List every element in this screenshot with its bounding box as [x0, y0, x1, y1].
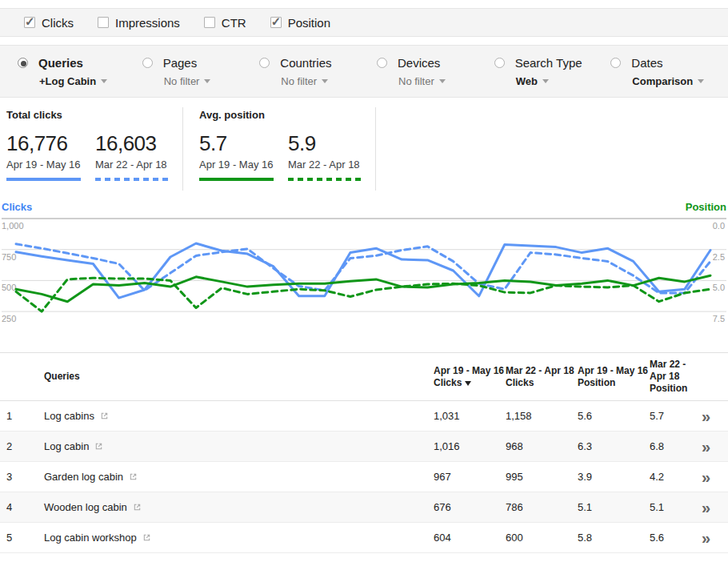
- dimension-queries-radio-row[interactable]: Queries: [18, 56, 142, 70]
- svg-text:7.5: 7.5: [713, 314, 725, 323]
- position-previous-cell: 4.2: [650, 471, 702, 483]
- avg-position-previous-value: 5.9: [288, 131, 362, 156]
- clicks-current-cell: 676: [434, 501, 506, 513]
- clicks-previous-cell: 995: [506, 471, 578, 483]
- ctr-checkbox-icon[interactable]: [204, 17, 215, 28]
- expand-row-button[interactable]: »: [702, 468, 710, 486]
- toggle-position-label: Position: [288, 16, 330, 30]
- svg-text:750: 750: [2, 252, 16, 262]
- devices-radio-icon[interactable]: [377, 58, 387, 68]
- dates-radio-icon[interactable]: [610, 58, 621, 68]
- metric-toggle-bar: Clicks Impressions CTR Position: [0, 8, 728, 37]
- queries-table: Queries Apr 19 - May 16 Clicks Mar 22 - …: [0, 352, 728, 553]
- total-clicks-previous-range: Mar 22 - Apr 18: [95, 159, 170, 171]
- dimension-search-type-radio-row[interactable]: Search Type: [494, 56, 611, 70]
- clicks-previous-legend-line: [95, 178, 170, 181]
- clicks-previous-header[interactable]: Mar 22 - Apr 18 Clicks: [506, 365, 578, 389]
- toggle-ctr[interactable]: CTR: [204, 16, 246, 30]
- external-link-icon[interactable]: [100, 411, 109, 420]
- position-previous-cell: 5.6: [650, 532, 702, 544]
- countries-filter-value: No filter: [281, 75, 317, 87]
- position-current-cell: 6.3: [578, 440, 650, 452]
- position-current-cell: 5.1: [578, 501, 650, 513]
- dimension-search-type-label: Search Type: [515, 56, 582, 70]
- row-rank: 3: [0, 471, 38, 483]
- clicks-current-cell: 1,031: [434, 410, 506, 422]
- expand-row-button[interactable]: »: [702, 529, 710, 547]
- chevron-down-icon: [542, 79, 549, 83]
- dimension-filter-bar: Queries +Log Cabin Pages No filter Count…: [0, 45, 728, 98]
- clicks-current-header-metric: Clicks: [434, 377, 506, 389]
- query-link[interactable]: Log cabin workshop: [44, 532, 137, 544]
- table-row[interactable]: 3 Garden log cabin 967 995 3.9 4.2 »: [0, 462, 728, 492]
- search-type-filter-value: Web: [516, 75, 538, 87]
- query-link[interactable]: Log cabin: [44, 440, 89, 452]
- svg-text:250: 250: [2, 314, 16, 323]
- query-link[interactable]: Wooden log cabin: [44, 501, 127, 513]
- clicks-current-cell: 1,016: [434, 440, 506, 452]
- dates-filter-dropdown[interactable]: Comparison: [632, 75, 728, 87]
- query-link[interactable]: Log cabins: [44, 410, 94, 422]
- position-current-cell: 5.8: [578, 532, 650, 544]
- dimension-pages-radio-row[interactable]: Pages: [142, 56, 260, 70]
- chart-canvas[interactable]: 1,0000.07502.55005.02507.5: [0, 207, 728, 327]
- table-row[interactable]: 2 Log cabin 1,016 968 6.3 6.8 »: [0, 432, 728, 462]
- table-row[interactable]: 5 Log cabin workshop 604 600 5.8 5.6 »: [0, 523, 728, 553]
- avg-position-current: 5.7 Apr 19 - May 16: [199, 131, 274, 181]
- query-link[interactable]: Garden log cabin: [44, 471, 123, 483]
- countries-radio-icon[interactable]: [259, 58, 270, 68]
- position-previous-cell: 5.1: [650, 501, 702, 513]
- toggle-impressions[interactable]: Impressions: [98, 16, 180, 30]
- queries-filter-value: +Log Cabin: [39, 75, 96, 87]
- devices-filter-dropdown[interactable]: No filter: [398, 75, 494, 87]
- countries-filter-dropdown[interactable]: No filter: [281, 75, 377, 87]
- dimension-dates-radio-row[interactable]: Dates: [610, 56, 728, 70]
- toggle-clicks[interactable]: Clicks: [24, 16, 74, 30]
- table-row[interactable]: 1 Log cabins 1,031 1,158 5.6 5.7 »: [0, 401, 728, 432]
- queries-filter-dropdown[interactable]: +Log Cabin: [39, 75, 142, 87]
- chevron-down-icon: [698, 79, 704, 83]
- summary-metrics: Total clicks 16,776 Apr 19 - May 16 16,6…: [0, 98, 728, 191]
- row-rank: 4: [0, 501, 38, 513]
- table-row[interactable]: 4 Wooden log cabin 676 786 5.1 5.1 »: [0, 492, 728, 523]
- expand-row-button[interactable]: »: [702, 499, 710, 516]
- table-body: 1 Log cabins 1,031 1,158 5.6 5.7 » 2 Log…: [0, 401, 728, 553]
- position-current-header[interactable]: Apr 19 - May 16 Position: [578, 365, 650, 389]
- expand-row-button[interactable]: »: [702, 438, 710, 456]
- sort-desc-icon: [465, 381, 471, 386]
- external-link-icon[interactable]: [94, 442, 103, 451]
- chevron-down-icon: [322, 79, 328, 83]
- dimension-countries-radio-row[interactable]: Countries: [259, 56, 377, 70]
- avg-position-current-range: Apr 19 - May 16: [199, 159, 274, 171]
- position-current-header-metric: Position: [578, 377, 650, 389]
- impressions-checkbox-icon[interactable]: [98, 17, 109, 28]
- position-previous-header[interactable]: Mar 22 - Apr 18 Position: [650, 359, 702, 395]
- queries-radio-icon[interactable]: [18, 58, 28, 68]
- clicks-current-header[interactable]: Apr 19 - May 16 Clicks: [434, 365, 506, 389]
- devices-filter-value: No filter: [398, 75, 434, 87]
- total-clicks-title: Total clicks: [6, 109, 182, 121]
- search-type-radio-icon[interactable]: [494, 58, 505, 68]
- avg-position-title: Avg. position: [199, 109, 375, 121]
- clicks-checkbox-icon[interactable]: [24, 17, 35, 28]
- dimension-dates: Dates Comparison: [610, 56, 728, 97]
- toggle-position[interactable]: Position: [270, 16, 330, 30]
- timeseries-chart[interactable]: Clicks Position 1,0000.07502.55005.02507…: [0, 201, 728, 335]
- position-checkbox-icon[interactable]: [270, 17, 282, 28]
- pages-radio-icon[interactable]: [142, 58, 153, 68]
- external-link-icon[interactable]: [133, 503, 142, 512]
- clicks-previous-cell: 968: [506, 440, 578, 452]
- table-header-row: Queries Apr 19 - May 16 Clicks Mar 22 - …: [0, 353, 728, 401]
- svg-text:500: 500: [2, 283, 16, 292]
- total-clicks-current-value: 16,776: [6, 131, 81, 156]
- external-link-icon[interactable]: [129, 472, 138, 481]
- external-link-icon[interactable]: [142, 533, 151, 542]
- dimension-devices-radio-row[interactable]: Devices: [377, 56, 494, 70]
- expand-row-button[interactable]: »: [702, 407, 710, 425]
- toggle-clicks-label: Clicks: [42, 16, 74, 30]
- pages-filter-dropdown[interactable]: No filter: [164, 75, 260, 87]
- dimension-pages-label: Pages: [163, 56, 198, 70]
- search-type-filter-dropdown[interactable]: Web: [516, 75, 611, 87]
- row-rank: 2: [0, 440, 38, 452]
- svg-text:5.0: 5.0: [713, 283, 725, 292]
